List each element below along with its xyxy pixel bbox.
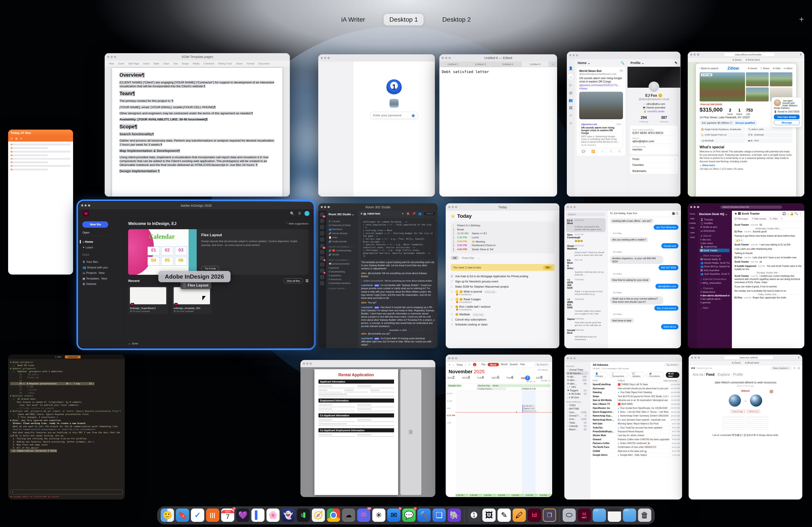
message-bubble[interactable]: Shall I put in this as your current addr…: [610, 296, 663, 304]
form-field[interactable]: [318, 434, 355, 437]
server-icon[interactable]: [320, 225, 324, 229]
traffic-lights[interactable]: [690, 54, 699, 56]
sidebar-file-item[interactable]: 🗎 Your files: [82, 260, 119, 264]
calendar-window[interactable]: ＋ ‹ Today › ✓ 2 DayWeekMonthQuarterYear …: [446, 355, 552, 497]
emoji-icon[interactable]: ☺: [569, 121, 572, 125]
email-row[interactable]: Sam at 404 MediaLibraries are in an 'AI …: [590, 398, 682, 402]
view-switcher[interactable]: Day: [481, 363, 485, 366]
textedit-tab[interactable]: Untitled 2: [439, 62, 467, 67]
dm-tab[interactable]: 🗒 Add canvas: [752, 217, 766, 220]
form-field[interactable]: [357, 434, 394, 437]
email-row[interactable]: TurboTaxYour TurboTax account has been u…: [590, 426, 682, 430]
channel-item[interactable]: # resources: [329, 277, 356, 281]
lunch-event[interactable]: 1:30 PM: [469, 494, 482, 497]
traffic-lights[interactable]: [303, 362, 312, 364]
mailbox-item[interactable]: › ✈ All Sent: [566, 396, 588, 399]
message-bubble[interactable]: yes Tom Weisman: [654, 225, 678, 230]
listing-photo-main[interactable]: For sale: [700, 72, 745, 102]
breadcrumb-rest[interactable]: · Explore · Profile: [714, 373, 743, 376]
breadcrumb-feed[interactable]: Feed: [706, 373, 714, 376]
feed-story[interactable]: Jake Welch connected ditherit to web res…: [688, 381, 802, 384]
back-to-search-link[interactable]: ‹ Back to search: [700, 67, 719, 70]
toolbar-button[interactable]: Shape: [182, 62, 189, 65]
profile-icon[interactable]: 👤: [569, 66, 573, 70]
sidebar-channel[interactable]: 🧵 Threads: [699, 218, 730, 222]
mailbox-item[interactable]: ✉ All Inboxes ⌄: [566, 372, 588, 375]
traffic-lights[interactable]: [81, 205, 90, 207]
listing-action[interactable]: ⊘ Hide: [773, 67, 780, 70]
slack-message[interactable]: Thursday, October 30th ⌄: [735, 272, 802, 273]
slack-message[interactable]: 👍 1 ☺: [735, 239, 802, 242]
dock-slack-icon[interactable]: ✳: [372, 509, 385, 522]
today-button[interactable]: Today: [456, 363, 463, 366]
favorite-icon[interactable]: ☆: [601, 150, 604, 153]
planner-item[interactable]: [11, 154, 48, 156]
dock-ivory-icon[interactable]: 🐘: [448, 509, 461, 522]
day-header[interactable]: SAT869°/38° ⛅: [536, 376, 550, 383]
toolbar-button[interactable]: Table: [154, 62, 159, 65]
email-row[interactable]: OnwardPartners Coffee order #240793 has …: [590, 437, 682, 441]
listing-action[interactable]: ♥ Saved: [748, 67, 757, 70]
form-field[interactable]: [318, 423, 394, 426]
server-icon[interactable]: [320, 256, 324, 260]
email-row[interactable]: PrimeDoNotReply…Password Reset Request9:…: [590, 430, 682, 434]
planner-item[interactable]: [11, 151, 71, 153]
listing-photo[interactable]: [746, 88, 769, 102]
email-row[interactable]: DatadogYour Daily Digest from Datadog12:…: [590, 390, 682, 394]
message-bubble[interactable]: 845 457 9056: [658, 265, 679, 270]
info-icon[interactable]: ⓘ: [676, 212, 679, 215]
dock-bookmark-app-icon[interactable]: 🔖: [176, 509, 189, 522]
arena-logo[interactable]: ✱✱: [691, 367, 695, 370]
channel-item[interactable]: 🔊 🔴 Livestreaming: [329, 249, 356, 253]
dock-ia-writer-icon[interactable]: ▍: [251, 509, 264, 522]
dock-documents-stack-icon[interactable]: [608, 509, 621, 522]
day-header[interactable]: THU6: [506, 376, 521, 383]
toolbar-button[interactable]: Zoom: [118, 62, 125, 65]
planner-item[interactable]: [11, 158, 71, 160]
todo-item[interactable]: 🟡 😊 Read 3 pages🦊 Foundations: [451, 297, 555, 304]
sidebar-channel[interactable]: ★ Starred: [699, 234, 730, 238]
things-window[interactable]: Today ★Today Robert G.'s BirthdayBreak11…: [446, 203, 560, 348]
traffic-lights[interactable]: [448, 206, 457, 208]
calendar-template-preview[interactable]: Calendar 010203040506: [128, 229, 197, 275]
profile-link-row[interactable]: Bookmarks: [630, 168, 678, 174]
search-input[interactable]: Search: [566, 212, 606, 216]
textedit-tab[interactable]: Untitled 6: [521, 62, 549, 67]
following-count[interactable]: 294: [639, 116, 648, 120]
todo-item[interactable]: 😊 MeditateEvery Day: [451, 312, 555, 317]
chat-message[interactable]: coachartieAPPI'm not familiar with "Subw…: [361, 284, 435, 300]
error-status[interactable]: Error: [128, 342, 138, 345]
dock-indesign-icon[interactable]: Id: [528, 509, 541, 522]
conversation-row[interactable]: Gerald RichYesterdayWill definitely keep…: [566, 328, 606, 342]
new-file-button[interactable]: New file: [82, 221, 108, 228]
bookmark-item[interactable]: ⊕ [Save]: [732, 362, 741, 364]
post-link[interactable]: aljazeera.com/news/2025/11/7/u… #News: [579, 84, 620, 90]
email-row[interactable]: Namecheap Sup…Namecheap Order Summary (O…: [590, 414, 682, 418]
slack-message[interactable]: Friday, October 31st ⌄: [735, 294, 802, 295]
planner-item[interactable]: [11, 161, 48, 163]
settings-icon[interactable]: ⚙: [20, 137, 22, 140]
zoom-event[interactable]: 11:30 AM ⏱Sapna <> EJhttps://zoom.us…: [522, 405, 536, 413]
dock-folder-icon[interactable]: [623, 509, 636, 522]
form-field[interactable]: [318, 404, 355, 407]
message-bubble[interactable]: ejfox@ejfox.com: [655, 284, 679, 289]
terminal-content[interactable]: ⏺ Read(.gitignore) ⎿ Read 58 lines⏺ Upda…: [8, 359, 125, 499]
slack-message[interactable]: Scott Tranter4:30 PM52: [735, 223, 802, 227]
category-pill[interactable]: 🛒 Transactions: [609, 372, 628, 378]
inbox-icon[interactable]: ▤: [11, 137, 13, 140]
more-icon[interactable]: ⏱: [618, 150, 621, 153]
download-icon[interactable]: ⬇: [800, 53, 802, 56]
day-header[interactable]: TUE4: [477, 376, 492, 383]
dock-textedit-icon[interactable]: ✎: [497, 509, 511, 522]
server-icon[interactable]: [320, 244, 324, 248]
terminal-tab[interactable]: 1 artie: [52, 356, 64, 358]
smart-mailbox-item[interactable]: ◌ Calendly22: [566, 424, 588, 428]
dock-indt-file-icon[interactable]: IdINDT: [578, 509, 591, 522]
share-icon[interactable]: ⇧: [610, 150, 612, 153]
dock-1password-installer-icon[interactable]: ⬭: [563, 509, 576, 522]
conversation-row[interactable]: Ed, Mom & Arlen8:51 AMQuestion Authority…: [566, 258, 606, 277]
chat-message[interactable]: @ejfox @coachartieTell me everything you…: [361, 280, 435, 283]
toolbar-button[interactable]: Format: [247, 62, 254, 65]
slack-message[interactable]: A huddle happened5:03 PMYou and Scott Tr…: [735, 265, 802, 271]
channel-item[interactable]: TEXT CHANNELS ⌄ +: [329, 258, 356, 262]
